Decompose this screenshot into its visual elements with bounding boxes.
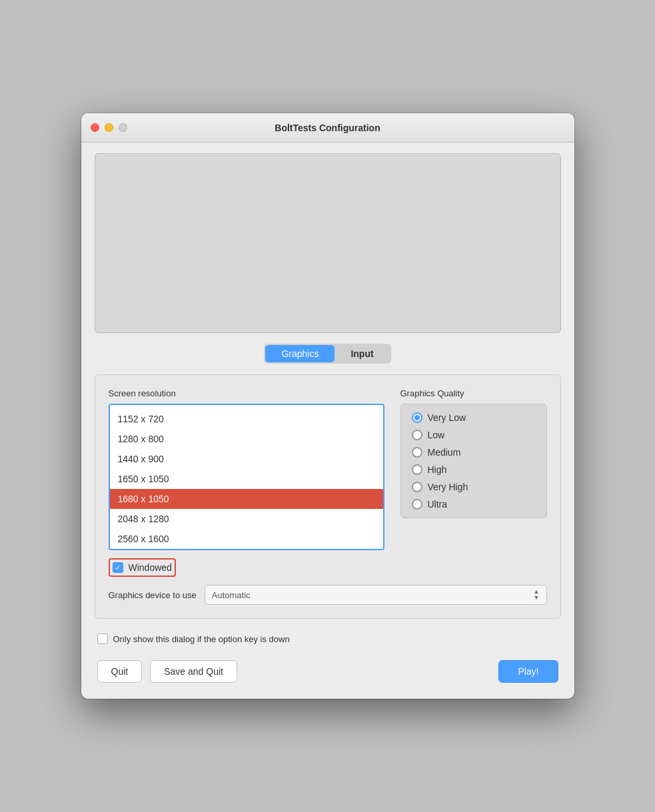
bottom-checkbox-row[interactable]: Only show this dialog if the option key …	[95, 627, 561, 647]
radio-circle	[412, 464, 422, 475]
play-button[interactable]: Play!	[498, 660, 558, 683]
quit-button[interactable]: Quit	[97, 660, 143, 683]
quality-option[interactable]: Low	[412, 430, 536, 440]
quality-option-label: Very Low	[428, 412, 466, 423]
window-title: BoltTests Configuration	[275, 123, 380, 133]
resolution-list[interactable]: 1024 x 7681152 x 7201280 x 8001440 x 900…	[109, 404, 384, 550]
resolution-item[interactable]: 1680 x 1050	[110, 489, 383, 509]
option-key-label: Only show this dialog if the option key …	[113, 634, 290, 644]
device-row: Graphics device to use Automatic ▲▼	[109, 585, 547, 605]
settings-panel: Screen resolution 1024 x 7681152 x 72012…	[95, 374, 561, 619]
radio-circle	[412, 412, 422, 423]
quality-option-label: Very High	[428, 482, 468, 492]
quality-option[interactable]: High	[412, 464, 536, 475]
windowed-row[interactable]: ✓ Windowed	[109, 558, 176, 577]
close-button[interactable]	[91, 123, 99, 132]
option-key-checkbox[interactable]	[97, 633, 108, 644]
radio-circle	[412, 499, 422, 510]
quality-option-label: High	[428, 464, 447, 475]
main-window: BoltTests Configuration Graphics Input S…	[81, 113, 574, 699]
select-arrows-icon: ▲▼	[534, 589, 540, 601]
tab-container: Graphics Input	[264, 344, 390, 364]
left-section: Screen resolution 1024 x 7681152 x 72012…	[109, 388, 384, 550]
radio-circle	[412, 447, 422, 458]
quality-label: Graphics Quality	[400, 388, 547, 398]
quality-option[interactable]: Very Low	[412, 412, 536, 423]
button-row: Quit Save and Quit Play!	[95, 655, 561, 685]
radio-circle	[412, 482, 422, 492]
resolution-item[interactable]: 2560 x 1600	[110, 529, 383, 549]
quality-box: Very LowLowMediumHighVery HighUltra	[400, 404, 547, 518]
quality-option-label: Low	[428, 430, 445, 440]
resolution-item[interactable]: 1024 x 768	[110, 404, 383, 409]
resolution-item[interactable]: 1650 x 1050	[110, 469, 383, 489]
maximize-button[interactable]	[119, 123, 127, 132]
right-section: Graphics Quality Very LowLowMediumHighVe…	[400, 388, 547, 518]
tab-input[interactable]: Input	[334, 345, 389, 362]
windowed-checkbox[interactable]: ✓	[113, 562, 123, 573]
resolution-item[interactable]: 1152 x 720	[110, 409, 383, 429]
quality-option[interactable]: Medium	[412, 447, 536, 458]
resolution-item[interactable]: 2048 x 1280	[110, 509, 383, 529]
titlebar: BoltTests Configuration	[81, 113, 574, 143]
windowed-label: Windowed	[129, 562, 172, 573]
settings-row: Screen resolution 1024 x 7681152 x 72012…	[109, 388, 547, 550]
tab-bar: Graphics Input	[95, 344, 561, 364]
minimize-button[interactable]	[105, 123, 113, 132]
window-body: Graphics Input Screen resolution 1024 x …	[81, 143, 574, 699]
quality-option[interactable]: Ultra	[412, 499, 536, 510]
preview-area	[95, 153, 561, 333]
device-label: Graphics device to use	[109, 590, 197, 600]
save-and-quit-button[interactable]: Save and Quit	[150, 660, 237, 683]
device-value: Automatic	[212, 590, 251, 600]
quality-option-label: Ultra	[428, 499, 448, 510]
resolution-item[interactable]: 1440 x 900	[110, 449, 383, 469]
quality-option-label: Medium	[428, 447, 461, 458]
resolution-item[interactable]: 1280 x 800	[110, 429, 383, 449]
resolution-label: Screen resolution	[109, 388, 384, 398]
device-select[interactable]: Automatic ▲▼	[205, 585, 547, 605]
radio-circle	[412, 430, 422, 440]
radio-dot	[414, 415, 420, 420]
tab-graphics[interactable]: Graphics	[265, 345, 334, 362]
quality-option[interactable]: Very High	[412, 482, 536, 492]
traffic-lights	[91, 123, 127, 132]
